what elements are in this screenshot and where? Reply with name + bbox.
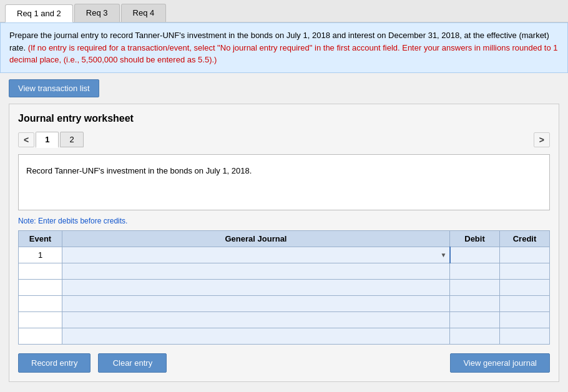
debit-input-4[interactable]: [450, 312, 499, 328]
instructions-panel: Prepare the journal entry to record Tann…: [0, 22, 568, 73]
tabs-bar: Req 1 and 2 Req 3 Req 4: [0, 0, 568, 22]
col-header-credit: Credit: [500, 230, 550, 247]
table-row-credit-0[interactable]: [500, 247, 550, 263]
journal-input-3[interactable]: [62, 296, 449, 311]
table-row-event-5: [19, 328, 62, 344]
instructions-red-text: (If no entry is required for a transacti…: [9, 43, 558, 65]
table-row-debit-0[interactable]: [450, 247, 500, 263]
tab-req1-2[interactable]: Req 1 and 2: [5, 4, 73, 22]
page-prev-button[interactable]: <: [18, 132, 34, 147]
table-row-debit-4[interactable]: [450, 311, 500, 328]
table-row-journal-2[interactable]: [62, 279, 450, 295]
table-row-journal-1[interactable]: [62, 263, 450, 279]
table-row-credit-3[interactable]: [500, 295, 550, 311]
credit-input-4[interactable]: [500, 312, 549, 328]
journal-input-5[interactable]: [62, 328, 449, 344]
journal-input-2[interactable]: [62, 280, 449, 295]
credit-input-0[interactable]: [500, 247, 549, 263]
journal-input-1[interactable]: [62, 263, 449, 279]
debit-input-1[interactable]: [450, 263, 499, 279]
table-row-debit-1[interactable]: [450, 263, 500, 279]
table-row-event-0: 1: [19, 247, 62, 263]
record-entry-button[interactable]: Record entry: [18, 353, 91, 373]
debit-input-5[interactable]: [450, 328, 499, 344]
table-row-journal-5[interactable]: [62, 328, 450, 344]
debit-input-0[interactable]: [451, 247, 500, 263]
page-nav: < 1 2 >: [18, 132, 550, 148]
debit-input-2[interactable]: [450, 280, 499, 295]
table-row-event-4: [19, 311, 62, 328]
view-general-journal-button[interactable]: View general journal: [450, 353, 550, 373]
worksheet-container: Journal entry worksheet < 1 2 > Record T…: [9, 104, 559, 382]
description-box: Record Tanner-UNF's investment in the bo…: [18, 154, 550, 210]
debit-input-3[interactable]: [450, 296, 499, 311]
credit-input-5[interactable]: [500, 328, 549, 344]
table-row-event-2: [19, 279, 62, 295]
table-row-debit-5[interactable]: [450, 328, 500, 344]
view-transaction-button[interactable]: View transaction list: [9, 79, 99, 97]
page-next-button[interactable]: >: [534, 132, 550, 147]
view-transaction-bar: View transaction list: [0, 73, 568, 104]
table-row-credit-4[interactable]: [500, 311, 550, 328]
journal-input-4[interactable]: [62, 312, 449, 328]
journal-input-0[interactable]: [62, 247, 449, 263]
page-tab-2[interactable]: 2: [60, 132, 83, 147]
table-row-debit-2[interactable]: [450, 279, 500, 295]
table-row-credit-1[interactable]: [500, 263, 550, 279]
tab-req3[interactable]: Req 3: [74, 4, 120, 22]
action-bar: Record entry Clear entry View general jo…: [18, 353, 550, 373]
credit-input-3[interactable]: [500, 296, 549, 311]
clear-entry-button[interactable]: Clear entry: [98, 353, 167, 373]
col-header-journal: General Journal: [62, 230, 450, 247]
table-row-event-1: [19, 263, 62, 279]
note-text: Note: Enter debits before credits.: [18, 217, 550, 225]
credit-input-1[interactable]: [500, 263, 549, 279]
worksheet-title: Journal entry worksheet: [18, 113, 550, 124]
page-tab-1[interactable]: 1: [36, 132, 59, 148]
table-row-credit-5[interactable]: [500, 328, 550, 344]
table-row-journal-3[interactable]: [62, 295, 450, 311]
table-row-credit-2[interactable]: [500, 279, 550, 295]
journal-table: Event General Journal Debit Credit 1: [18, 230, 550, 345]
table-row-event-3: [19, 295, 62, 311]
credit-input-2[interactable]: [500, 280, 549, 295]
table-row-debit-3[interactable]: [450, 295, 500, 311]
col-header-debit: Debit: [450, 230, 500, 247]
tab-req4[interactable]: Req 4: [121, 4, 167, 22]
table-row-journal-0[interactable]: [62, 247, 450, 263]
description-text: Record Tanner-UNF's investment in the bo…: [26, 166, 252, 175]
table-row-journal-4[interactable]: [62, 311, 450, 328]
col-header-event: Event: [19, 230, 62, 247]
